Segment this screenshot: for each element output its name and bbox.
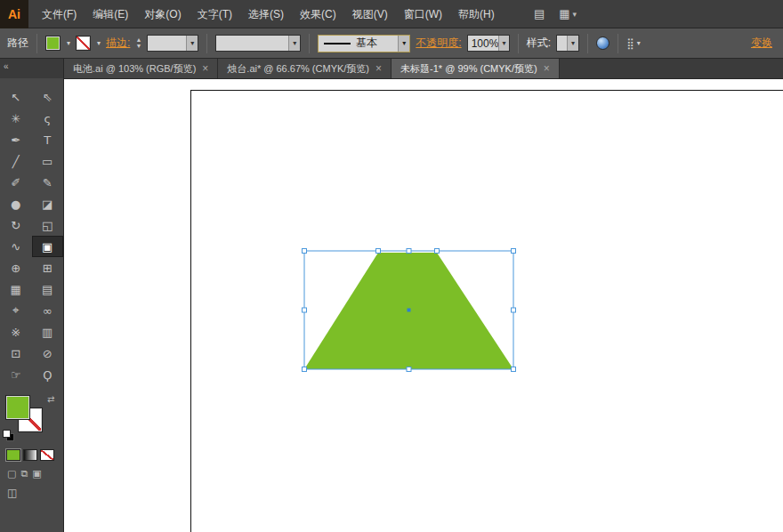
bridge-icon[interactable]: ▤ (534, 7, 545, 20)
selection-handle[interactable] (512, 308, 516, 312)
chevron-down-icon[interactable]: ▾ (498, 36, 508, 51)
magic-wand-tool[interactable]: ✳ (0, 108, 32, 129)
fill-color-swatch[interactable] (45, 36, 61, 51)
chevron-down-icon[interactable]: ▾ (186, 36, 198, 51)
stroke-color-swatch[interactable] (76, 36, 91, 51)
eyedropper-tool[interactable]: ⌖ (0, 300, 32, 321)
menu-select[interactable]: 选择(S) (240, 0, 292, 28)
stroke-style-label: 基本 (356, 36, 377, 51)
selection-handle[interactable] (407, 249, 411, 254)
brush-definition-combo[interactable]: ▾ (215, 35, 301, 52)
selection-handle[interactable] (303, 308, 307, 312)
tools-panel: « ↖ ⇖ ✳ ς ✒ T ╱ ▭ ✐ ✎ ● ◪ ↻ ◱ ∿ ▣ ⊕ ⊞ (0, 59, 64, 532)
blend-tool[interactable]: ∞ (32, 300, 64, 321)
gradient-button[interactable] (23, 449, 37, 461)
artwork-layer (64, 79, 782, 532)
transform-panel-link[interactable]: 变换 (751, 36, 772, 51)
width-tool[interactable]: ∿ (0, 236, 32, 257)
style-combo[interactable]: ▾ (556, 35, 579, 52)
rotate-tool[interactable]: ↻ (0, 214, 32, 236)
chevron-down-icon[interactable]: ▾ (398, 36, 409, 52)
paint-mode-row (0, 446, 63, 461)
draw-normal-button[interactable]: ▢ (7, 468, 16, 480)
shape-builder-tool[interactable]: ⊕ (0, 257, 32, 278)
menu-help[interactable]: 帮助(H) (450, 0, 503, 28)
column-graph-tool[interactable]: ▥ (32, 321, 64, 343)
selection-tool[interactable]: ↖ (0, 86, 32, 108)
selection-handle[interactable] (512, 367, 516, 372)
app-logo: Ai (0, 0, 28, 28)
selection-center-point (408, 309, 411, 312)
close-icon[interactable]: × (544, 63, 550, 74)
menu-window[interactable]: 窗口(W) (396, 0, 450, 28)
close-icon[interactable]: × (202, 63, 208, 74)
selection-handle[interactable] (512, 249, 516, 254)
line-segment-tool[interactable]: ╱ (0, 150, 32, 172)
stroke-preview-line (324, 43, 351, 44)
free-transform-tool[interactable]: ▣ (32, 236, 64, 257)
color-button[interactable] (6, 449, 20, 461)
menu-view[interactable]: 视图(V) (344, 0, 396, 28)
recolor-artwork-icon[interactable] (596, 36, 609, 50)
perspective-grid-tool[interactable]: ⊞ (32, 257, 64, 278)
hand-tool[interactable]: ☞ (0, 364, 32, 385)
direct-selection-tool[interactable]: ⇖ (32, 86, 64, 108)
document-tabbar: 电池.ai @ 103% (RGB/预览) × 烛台.ai* @ 66.67% … (64, 59, 783, 79)
selection-handle[interactable] (407, 367, 411, 372)
default-fill-stroke-icon[interactable] (3, 430, 15, 442)
menu-edit[interactable]: 编辑(E) (85, 0, 136, 28)
selection-handle[interactable] (303, 367, 307, 372)
chevron-down-icon[interactable]: ▾ (288, 36, 300, 51)
scale-tool[interactable]: ◱ (32, 214, 64, 236)
stroke-style-combo[interactable]: 基本 ▾ (318, 35, 410, 52)
tab-document-1[interactable]: 电池.ai @ 103% (RGB/预览) × (64, 59, 218, 78)
eraser-tool[interactable]: ◪ (32, 193, 64, 214)
draw-inside-button[interactable]: ▣ (32, 468, 41, 480)
rectangle-tool[interactable]: ▭ (32, 150, 64, 172)
chevron-down-icon[interactable]: ▾ (67, 39, 70, 47)
mesh-tool[interactable]: ▦ (0, 278, 32, 300)
lasso-tool[interactable]: ς (32, 108, 64, 129)
pencil-tool[interactable]: ✎ (32, 172, 64, 193)
menubar: Ai 文件(F) 编辑(E) 对象(O) 文字(T) 选择(S) 效果(C) 视… (0, 0, 783, 28)
canvas[interactable] (64, 79, 783, 532)
stroke-panel-link[interactable]: 描边: (106, 36, 130, 51)
change-screen-mode-button[interactable]: ◫ (7, 487, 17, 499)
gradient-tool[interactable]: ▤ (32, 278, 64, 300)
menu-object[interactable]: 对象(O) (136, 0, 189, 28)
blob-brush-tool[interactable]: ● (0, 193, 32, 214)
selection-handle[interactable] (376, 249, 381, 254)
slice-tool[interactable]: ⊘ (32, 343, 64, 364)
stepper-down-icon[interactable]: ▼ (135, 44, 141, 49)
collapse-panel-button[interactable]: « (4, 61, 9, 71)
menu-file[interactable]: 文件(F) (34, 0, 85, 28)
chevron-down-icon[interactable]: ▾ (97, 39, 101, 47)
align-options-icon[interactable]: ⣿▾ (626, 37, 641, 50)
stroke-weight-combo[interactable]: ▾ (147, 35, 198, 52)
tab-document-2[interactable]: 烛台.ai* @ 66.67% (CMYK/预览) × (218, 59, 392, 78)
symbol-sprayer-tool[interactable]: ※ (0, 321, 32, 343)
type-tool[interactable]: T (32, 129, 64, 150)
close-icon[interactable]: × (375, 63, 382, 74)
opacity-combo[interactable]: 100% ▾ (467, 35, 510, 52)
chevron-down-icon[interactable]: ▾ (567, 36, 578, 51)
tab-document-3[interactable]: 未标题-1* @ 99% (CMYK/预览) × (392, 59, 560, 78)
swap-fill-stroke-icon[interactable]: ⇄ (47, 394, 54, 404)
draw-behind-button[interactable]: ⧉ (20, 468, 28, 480)
pen-tool[interactable]: ✒ (0, 129, 32, 150)
fill-swatch[interactable] (6, 396, 29, 419)
paintbrush-tool[interactable]: ✐ (0, 172, 32, 193)
selection-handle[interactable] (435, 249, 440, 254)
none-button[interactable] (40, 449, 54, 461)
stroke-weight-stepper[interactable]: ▲ ▼ (135, 37, 141, 49)
opacity-panel-link[interactable]: 不透明度: (416, 36, 461, 51)
artboard-tool[interactable]: ⊡ (0, 343, 32, 364)
arrange-documents-icon[interactable]: ▦▾ (559, 7, 577, 20)
drawing-modes-row: ▢ ⧉ ▣ (0, 461, 63, 480)
separator (36, 34, 37, 53)
tools-panel-header: « (0, 59, 63, 78)
menu-effect[interactable]: 效果(C) (292, 0, 344, 28)
zoom-tool[interactable]: Ϙ (32, 364, 64, 385)
menu-type[interactable]: 文字(T) (190, 0, 240, 28)
selection-handle[interactable] (303, 249, 307, 254)
